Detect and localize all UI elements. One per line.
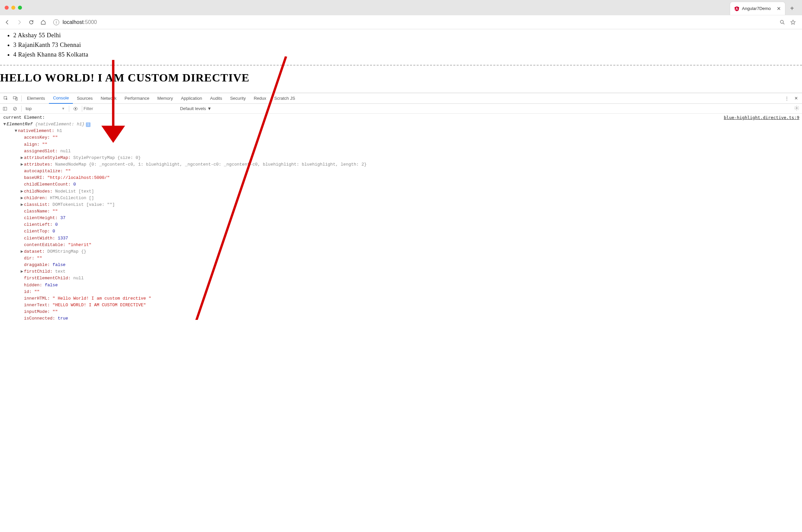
minimize-window-icon[interactable] (11, 6, 15, 10)
list-item: 4 Rajesh Khanna 85 Kolkatta (13, 51, 802, 58)
console-line[interactable]: clientLeft: 0 (3, 222, 799, 228)
omnibox[interactable]: i localhost:5000 (51, 19, 777, 25)
console-line[interactable]: ▶attributes: NamedNodeMap {0: _ngcontent… (3, 161, 799, 168)
console-line[interactable]: ▶children: HTMLCollection [] (3, 195, 799, 202)
console-line[interactable]: ▶childNodes: NodeList [text] (3, 188, 799, 195)
filter-input[interactable] (84, 106, 177, 111)
devtools-tab-application[interactable]: Application (177, 93, 206, 104)
console-line[interactable]: align: "" (3, 141, 799, 148)
console-line[interactable]: clientHeight: 37 (3, 215, 799, 222)
console-line[interactable]: innerText: "HELLO WORLD! I AM CUSTOM DIR… (3, 302, 799, 308)
devtools-tab-console[interactable]: Console (49, 93, 73, 104)
svg-point-2 (780, 20, 783, 23)
info-badge-icon: i (86, 122, 91, 127)
url-text: localhost:5000 (62, 19, 97, 25)
console-line[interactable]: accessKey: "" (3, 134, 799, 141)
page-content: 2 Akshay 55 Delhi3 RajaniKanth 73 Chenna… (0, 32, 802, 86)
console-line[interactable]: autocapitalize: "" (3, 168, 799, 174)
devtools-tab-sources[interactable]: Sources (73, 93, 97, 104)
new-tab-button[interactable]: + (785, 2, 799, 15)
maximize-window-icon[interactable] (18, 6, 22, 10)
home-button[interactable] (39, 18, 48, 27)
devtools-menu-icon[interactable]: ⋮ (782, 94, 791, 103)
site-info-icon[interactable]: i (53, 19, 59, 25)
address-bar-actions (779, 19, 799, 25)
console-settings-icon[interactable] (794, 106, 802, 112)
page-heading: HELLO WORLD! I AM CUSTOM DIRECTIVE (0, 72, 802, 86)
devtools-tabs: ElementsConsoleSourcesNetworkPerformance… (0, 93, 802, 104)
forward-button[interactable] (15, 18, 24, 27)
log-levels-selector[interactable]: Default levels ▼ (177, 106, 215, 111)
svg-point-11 (75, 108, 76, 109)
list-item: 2 Akshay 55 Delhi (13, 32, 802, 39)
devtools-tab-security[interactable]: Security (226, 93, 250, 104)
console-line[interactable]: inputMode: "" (3, 308, 799, 315)
console-line[interactable]: ▶attributeStyleMap: StylePropertyMap {si… (3, 155, 799, 161)
reload-button[interactable] (26, 18, 36, 27)
window-controls (0, 6, 22, 10)
console-line[interactable]: ▶dataset: DOMStringMap {} (3, 248, 799, 255)
devtools-tab-performance[interactable]: Performance (121, 93, 153, 104)
console-line[interactable]: childElementCount: 0 (3, 181, 799, 188)
user-list: 2 Akshay 55 Delhi3 RajaniKanth 73 Chenna… (0, 32, 802, 58)
divider (0, 65, 802, 65)
angular-icon (734, 6, 740, 11)
console-line[interactable]: draggable: false (3, 262, 799, 268)
svg-line-3 (783, 23, 784, 24)
devtools-tab-network[interactable]: Network (97, 93, 121, 104)
home-icon (40, 19, 46, 25)
console-line[interactable]: ▼ElementRef {nativeElement: h1}i (3, 121, 799, 128)
reload-icon (28, 19, 34, 25)
console-line[interactable]: clientWidth: 1337 (3, 235, 799, 242)
console-line[interactable]: id: "" (3, 289, 799, 295)
devtools-tab-memory[interactable]: Memory (153, 93, 177, 104)
console-line[interactable]: baseURI: "http://localhost:5000/" (3, 174, 799, 181)
browser-chrome: Angular7Demo ✕ + i localhost:5000 (0, 0, 802, 29)
clear-console-icon[interactable] (10, 107, 20, 111)
devtools-tab-elements[interactable]: Elements (23, 93, 49, 104)
console-line[interactable]: dir: "" (3, 255, 799, 262)
inspect-icon[interactable] (1, 94, 11, 103)
tab-strip: Angular7Demo ✕ + (730, 2, 799, 15)
console-line[interactable]: className: "" (3, 208, 799, 215)
list-item: 3 RajaniKanth 73 Chennai (13, 41, 802, 49)
console-line[interactable]: isConnected: true (3, 315, 799, 322)
device-icon[interactable] (11, 94, 20, 103)
close-window-icon[interactable] (5, 6, 8, 10)
back-button[interactable] (3, 18, 12, 27)
console-line[interactable]: ▶classList: DOMTokenList [value: ""] (3, 202, 799, 208)
sidebar-toggle-icon[interactable] (0, 107, 10, 111)
close-tab-icon[interactable]: ✕ (777, 6, 781, 12)
console-line[interactable]: firstElementChild: null (3, 275, 799, 282)
console-line: current Element: (3, 114, 45, 121)
devtools-panel: ElementsConsoleSourcesNetworkPerformance… (0, 93, 802, 326)
devtools-close-icon[interactable]: ✕ (791, 94, 801, 103)
star-icon[interactable] (790, 19, 796, 25)
console-line[interactable]: ▶firstChild: text (3, 268, 799, 275)
svg-point-12 (796, 108, 797, 109)
tab-title: Angular7Demo (742, 6, 771, 11)
console-toolbar: top▼ Default levels ▼ (0, 104, 802, 114)
console-line[interactable]: clientTop: 0 (3, 228, 799, 235)
eye-icon[interactable] (71, 106, 80, 111)
titlebar: Angular7Demo ✕ + (0, 0, 802, 15)
svg-line-10 (14, 108, 16, 110)
console-line[interactable]: assignedSlot: null (3, 148, 799, 155)
forward-icon (16, 19, 22, 25)
console-output: current Element: blue-highlight.directiv… (0, 114, 802, 326)
svg-rect-7 (3, 107, 7, 110)
browser-tab[interactable]: Angular7Demo ✕ (730, 2, 786, 15)
address-bar: i localhost:5000 (0, 15, 802, 29)
separator (21, 95, 22, 101)
source-link[interactable]: blue-highlight.directive.ts:9 (724, 114, 799, 121)
console-line[interactable]: hidden: false (3, 282, 799, 289)
console-line[interactable]: contentEditable: "inherit" (3, 242, 799, 248)
back-icon (4, 19, 10, 25)
context-selector[interactable]: top▼ (23, 106, 68, 111)
devtools-tab-scratch-js[interactable]: Scratch JS (270, 93, 299, 104)
console-line[interactable]: ▼nativeElement: h1 (3, 128, 799, 134)
devtools-tab-redux[interactable]: Redux (250, 93, 270, 104)
console-line[interactable]: innerHTML: " Hello World! I am custom di… (3, 295, 799, 302)
zoom-icon[interactable] (779, 19, 785, 25)
devtools-tab-audits[interactable]: Audits (206, 93, 226, 104)
